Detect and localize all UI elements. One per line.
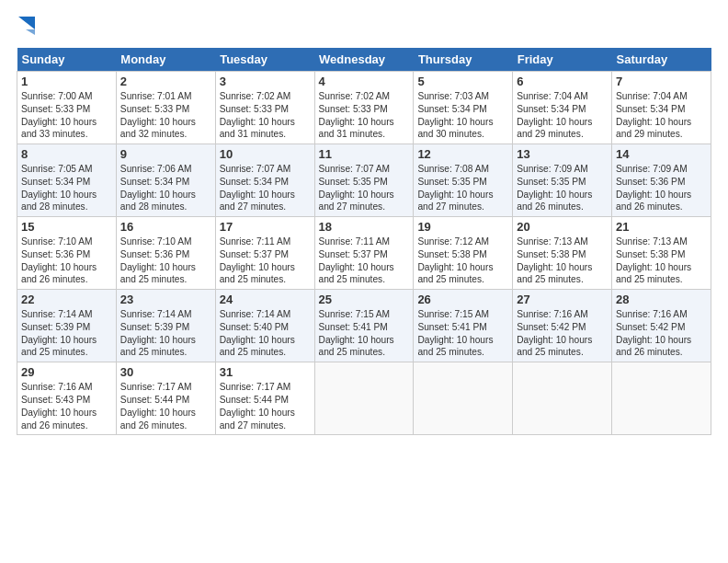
day-info: Sunrise: 7:10 AMSunset: 5:36 PMDaylight:… [21,236,112,286]
week-row-4: 22Sunrise: 7:14 AMSunset: 5:39 PMDayligh… [17,290,711,362]
day-cell: 23Sunrise: 7:14 AMSunset: 5:39 PMDayligh… [116,290,215,362]
day-cell: 14Sunrise: 7:09 AMSunset: 5:36 PMDayligh… [612,144,711,217]
day-number: 22 [21,293,112,306]
day-cell: 27Sunrise: 7:16 AMSunset: 5:42 PMDayligh… [513,290,612,362]
col-header-monday: Monday [116,48,215,72]
col-header-saturday: Saturday [612,48,711,72]
day-number: 1 [21,75,112,88]
day-number: 30 [120,365,211,379]
col-header-friday: Friday [513,48,612,72]
day-cell: 9Sunrise: 7:06 AMSunset: 5:34 PMDaylight… [116,144,215,217]
day-cell: 28Sunrise: 7:16 AMSunset: 5:42 PMDayligh… [612,290,711,362]
day-cell: 22Sunrise: 7:14 AMSunset: 5:39 PMDayligh… [17,290,117,362]
day-number: 10 [220,147,311,161]
day-cell: 7Sunrise: 7:04 AMSunset: 5:34 PMDaylight… [612,72,711,144]
day-number: 6 [517,75,608,88]
day-info: Sunrise: 7:17 AMSunset: 5:44 PMDaylight:… [220,381,311,431]
day-info: Sunrise: 7:04 AMSunset: 5:34 PMDaylight:… [517,90,608,141]
day-cell: 16Sunrise: 7:10 AMSunset: 5:36 PMDayligh… [116,217,215,290]
day-number: 21 [616,220,707,234]
day-number: 17 [220,220,311,234]
day-cell: 4Sunrise: 7:02 AMSunset: 5:33 PMDaylight… [314,72,414,144]
day-number: 5 [417,75,508,88]
day-cell: 1Sunrise: 7:00 AMSunset: 5:33 PMDaylight… [17,72,117,144]
day-cell [414,362,513,435]
week-row-5: 29Sunrise: 7:16 AMSunset: 5:43 PMDayligh… [17,362,711,435]
day-info: Sunrise: 7:07 AMSunset: 5:35 PMDaylight:… [319,163,410,213]
day-cell [612,362,711,435]
day-number: 7 [616,75,707,88]
day-cell: 24Sunrise: 7:14 AMSunset: 5:40 PMDayligh… [215,290,314,362]
svg-marker-0 [18,17,35,29]
day-number: 26 [417,293,508,306]
col-header-thursday: Thursday [414,48,513,72]
day-number: 8 [21,147,112,161]
day-number: 2 [120,75,211,88]
day-cell: 26Sunrise: 7:15 AMSunset: 5:41 PMDayligh… [414,290,513,362]
day-cell: 13Sunrise: 7:09 AMSunset: 5:35 PMDayligh… [513,144,612,217]
svg-marker-1 [26,29,35,35]
day-info: Sunrise: 7:11 AMSunset: 5:37 PMDaylight:… [220,236,311,286]
day-info: Sunrise: 7:00 AMSunset: 5:33 PMDaylight:… [21,90,112,141]
day-number: 13 [517,147,608,161]
day-number: 20 [517,220,608,234]
day-cell: 30Sunrise: 7:17 AMSunset: 5:44 PMDayligh… [116,362,215,435]
day-info: Sunrise: 7:13 AMSunset: 5:38 PMDaylight:… [517,236,608,286]
day-info: Sunrise: 7:09 AMSunset: 5:36 PMDaylight:… [616,163,707,213]
day-info: Sunrise: 7:04 AMSunset: 5:34 PMDaylight:… [616,90,707,141]
day-number: 9 [120,147,211,161]
day-number: 4 [319,75,410,88]
day-number: 15 [21,220,112,234]
day-info: Sunrise: 7:14 AMSunset: 5:39 PMDaylight:… [21,308,112,359]
day-number: 31 [220,365,311,379]
day-number: 18 [319,220,410,234]
header-row: SundayMondayTuesdayWednesdayThursdayFrid… [17,48,711,72]
day-info: Sunrise: 7:16 AMSunset: 5:42 PMDaylight:… [616,308,707,359]
day-info: Sunrise: 7:08 AMSunset: 5:35 PMDaylight:… [417,163,508,213]
day-number: 3 [220,75,311,88]
day-cell: 5Sunrise: 7:03 AMSunset: 5:34 PMDaylight… [414,72,513,144]
day-info: Sunrise: 7:14 AMSunset: 5:39 PMDaylight:… [120,308,211,359]
col-header-sunday: Sunday [17,48,117,72]
day-info: Sunrise: 7:09 AMSunset: 5:35 PMDaylight:… [517,163,608,213]
day-cell: 25Sunrise: 7:15 AMSunset: 5:41 PMDayligh… [314,290,414,362]
week-row-1: 1Sunrise: 7:00 AMSunset: 5:33 PMDaylight… [17,72,711,144]
day-cell: 19Sunrise: 7:12 AMSunset: 5:38 PMDayligh… [414,217,513,290]
day-info: Sunrise: 7:02 AMSunset: 5:33 PMDaylight:… [319,90,410,141]
day-cell: 2Sunrise: 7:01 AMSunset: 5:33 PMDaylight… [116,72,215,144]
day-number: 11 [319,147,410,161]
day-number: 27 [517,293,608,306]
day-info: Sunrise: 7:16 AMSunset: 5:42 PMDaylight:… [517,308,608,359]
day-number: 29 [21,365,112,379]
day-cell: 15Sunrise: 7:10 AMSunset: 5:36 PMDayligh… [17,217,117,290]
day-info: Sunrise: 7:14 AMSunset: 5:40 PMDaylight:… [220,308,311,359]
calendar-table: SundayMondayTuesdayWednesdayThursdayFrid… [17,48,711,435]
day-cell: 6Sunrise: 7:04 AMSunset: 5:34 PMDaylight… [513,72,612,144]
day-number: 14 [616,147,707,161]
day-info: Sunrise: 7:07 AMSunset: 5:34 PMDaylight:… [220,163,311,213]
week-row-3: 15Sunrise: 7:10 AMSunset: 5:36 PMDayligh… [17,217,711,290]
day-info: Sunrise: 7:16 AMSunset: 5:43 PMDaylight:… [21,381,112,431]
day-info: Sunrise: 7:17 AMSunset: 5:44 PMDaylight:… [120,381,211,431]
logo-icon [18,13,44,39]
day-cell: 11Sunrise: 7:07 AMSunset: 5:35 PMDayligh… [314,144,414,217]
day-cell: 18Sunrise: 7:11 AMSunset: 5:37 PMDayligh… [314,217,414,290]
day-info: Sunrise: 7:15 AMSunset: 5:41 PMDaylight:… [319,308,410,359]
day-number: 25 [319,293,410,306]
day-info: Sunrise: 7:01 AMSunset: 5:33 PMDaylight:… [120,90,211,141]
page: SundayMondayTuesdayWednesdayThursdayFrid… [0,0,728,444]
day-cell: 29Sunrise: 7:16 AMSunset: 5:43 PMDayligh… [17,362,117,435]
day-info: Sunrise: 7:02 AMSunset: 5:33 PMDaylight:… [220,90,311,141]
col-header-wednesday: Wednesday [314,48,414,72]
day-cell: 10Sunrise: 7:07 AMSunset: 5:34 PMDayligh… [215,144,314,217]
day-info: Sunrise: 7:12 AMSunset: 5:38 PMDaylight:… [417,236,508,286]
day-number: 16 [120,220,211,234]
day-cell [314,362,414,435]
header [17,17,711,39]
day-number: 24 [220,293,311,306]
day-cell: 31Sunrise: 7:17 AMSunset: 5:44 PMDayligh… [215,362,314,435]
day-number: 23 [120,293,211,306]
day-cell: 3Sunrise: 7:02 AMSunset: 5:33 PMDaylight… [215,72,314,144]
day-info: Sunrise: 7:10 AMSunset: 5:36 PMDaylight:… [120,236,211,286]
day-info: Sunrise: 7:06 AMSunset: 5:34 PMDaylight:… [120,163,211,213]
